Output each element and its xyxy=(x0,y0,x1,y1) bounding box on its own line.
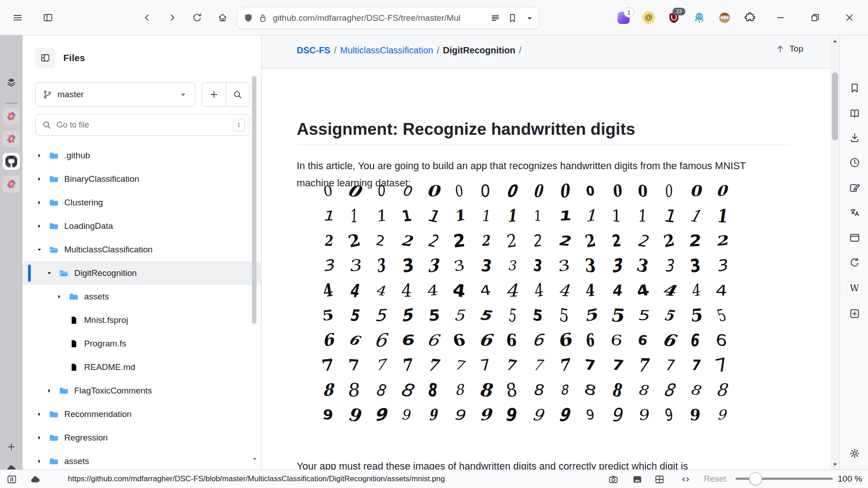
avatar-icon-button[interactable] xyxy=(715,8,735,28)
tree-item-recommendation[interactable]: Recommendation xyxy=(23,403,261,426)
top-label: Top xyxy=(789,44,803,54)
at-icon-button[interactable]: @ xyxy=(639,8,659,28)
zoom-reset-button[interactable]: Reset xyxy=(704,474,726,484)
reader-mode-icon[interactable] xyxy=(490,13,501,24)
github-icon xyxy=(5,156,17,167)
collapse-file-tree-button[interactable] xyxy=(35,48,55,68)
wikipedia-button[interactable]: W xyxy=(847,281,862,295)
browser-right-sidebar: W xyxy=(840,35,868,469)
image-tool-button[interactable] xyxy=(630,472,645,487)
tree-item-assets[interactable]: assets xyxy=(23,450,261,469)
page-scrollbar-thumb[interactable] xyxy=(832,72,838,140)
new-tab-button[interactable] xyxy=(0,438,23,456)
tree-item--github[interactable]: .github xyxy=(23,144,261,167)
breadcrumb-segment[interactable]: MulticlassClassification xyxy=(340,45,433,56)
tree-scrollbar-thumb[interactable] xyxy=(252,76,256,324)
chevron-right-icon[interactable] xyxy=(34,198,44,208)
puzzle-icon-button[interactable] xyxy=(740,8,760,28)
gem-icon-button[interactable]: 1 xyxy=(613,8,633,28)
tab-return-button[interactable] xyxy=(847,255,862,270)
close-button[interactable] xyxy=(839,7,860,28)
handwritten-digit-7: 7 xyxy=(524,352,551,377)
chevron-right-icon[interactable] xyxy=(34,433,44,443)
tracking-shield-icon[interactable] xyxy=(243,13,254,24)
zoom-level-value: 100 % xyxy=(838,474,862,484)
forward-button[interactable] xyxy=(161,7,183,28)
bookmark-button[interactable] xyxy=(847,81,862,95)
chevron-right-icon[interactable] xyxy=(34,221,44,231)
chevron-down-icon[interactable] xyxy=(44,268,54,278)
reader-split-button[interactable] xyxy=(5,472,19,487)
reload-button[interactable] xyxy=(186,7,208,28)
home-button[interactable] xyxy=(212,7,233,28)
tree-item-flagtoxiccomments[interactable]: FlagToxicComments xyxy=(23,379,261,403)
goto-file-input[interactable] xyxy=(56,120,233,130)
search-tree-button[interactable] xyxy=(226,83,250,106)
source-tool-button[interactable] xyxy=(678,472,693,487)
minimize-button[interactable] xyxy=(770,7,792,28)
url-bar[interactable]: github.com/mdfarragher/DSC-FS/tree/maste… xyxy=(237,7,539,29)
sidebar-toggle-button[interactable] xyxy=(37,7,59,28)
goto-file-field[interactable]: t xyxy=(35,114,250,136)
add-file-button[interactable] xyxy=(202,83,226,106)
back-to-top-button[interactable]: Top xyxy=(775,43,803,54)
bookmark-page-icon[interactable] xyxy=(507,13,518,24)
urlbar-dropdown-icon[interactable] xyxy=(524,13,535,24)
menu-button[interactable] xyxy=(7,7,28,28)
status-cloud-button[interactable] xyxy=(28,472,43,487)
tab-favicon-0[interactable] xyxy=(3,108,20,125)
tree-item-clustering[interactable]: Clustering xyxy=(23,191,261,214)
screenshot-button[interactable] xyxy=(606,472,621,487)
tab-favicon-1[interactable] xyxy=(3,130,20,147)
translate-button[interactable] xyxy=(847,205,862,219)
lock-icon[interactable] xyxy=(257,13,268,24)
back-button[interactable] xyxy=(136,7,158,28)
edit-note-icon xyxy=(849,181,861,194)
edit-note-button[interactable] xyxy=(847,180,862,194)
handwritten-digit-1: 1 xyxy=(473,202,498,228)
tree-item-program-fs[interactable]: Program.fs xyxy=(23,332,261,355)
tree-item-digitrecognition[interactable]: DigitRecognition xyxy=(23,261,261,285)
scroll-up-arrow[interactable] xyxy=(832,38,838,44)
search-icon xyxy=(232,89,243,100)
ublock-shield-icon-button[interactable]: 23 xyxy=(664,8,684,28)
zoom-slider-knob[interactable] xyxy=(749,472,762,485)
tree-item-binaryclassification[interactable]: BinaryClassification xyxy=(23,167,261,191)
gear-icon xyxy=(849,447,861,460)
book-open-button[interactable] xyxy=(847,106,862,120)
extension-badge: 23 xyxy=(673,8,685,15)
handwritten-digit-2: 2 xyxy=(474,228,496,253)
tab-favicon-3[interactable] xyxy=(3,175,20,193)
maximize-button[interactable] xyxy=(804,7,826,28)
tab-github[interactable] xyxy=(3,153,20,170)
breadcrumb-segment[interactable]: DSC-FS xyxy=(297,45,330,56)
chevron-right-icon[interactable] xyxy=(34,174,44,184)
workspaces-button[interactable] xyxy=(0,73,23,91)
chevron-down-icon[interactable] xyxy=(34,245,44,255)
settings-button[interactable] xyxy=(847,446,862,460)
add-square-button[interactable] xyxy=(847,306,862,321)
scroll-down-arrow[interactable] xyxy=(832,461,838,468)
url-text[interactable]: github.com/mdfarragher/DSC-FS/tree/maste… xyxy=(273,13,489,23)
octopus-icon-button[interactable] xyxy=(689,8,709,28)
tree-item-regression[interactable]: Regression xyxy=(23,426,261,450)
history-button[interactable] xyxy=(847,155,862,170)
breadcrumb-separator: / xyxy=(334,45,337,56)
chevron-right-icon[interactable] xyxy=(34,151,44,161)
knot-icon xyxy=(5,178,17,190)
chevron-right-icon[interactable] xyxy=(34,456,44,466)
tree-scroll-down-arrow[interactable] xyxy=(251,456,258,462)
tree-item-readme-md[interactable]: README.md xyxy=(23,355,261,379)
tree-item-multiclassclassification[interactable]: MulticlassClassification xyxy=(23,238,261,261)
tree-item-assets[interactable]: assets xyxy=(23,285,261,308)
chevron-right-icon[interactable] xyxy=(54,292,64,302)
branch-selector[interactable]: master xyxy=(35,82,195,107)
github-page: Files master t .githubBinaryClassificati… xyxy=(23,35,830,469)
download-button[interactable] xyxy=(847,130,862,145)
tree-item-mnist-fsproj[interactable]: Mnist.fsproj xyxy=(23,308,261,332)
chevron-right-icon[interactable] xyxy=(44,386,54,396)
chevron-right-icon[interactable] xyxy=(34,409,44,419)
grid-tool-button[interactable] xyxy=(652,472,667,487)
tree-item-loadingdata[interactable]: LoadingData xyxy=(23,214,261,238)
window-card-button[interactable] xyxy=(847,230,862,245)
